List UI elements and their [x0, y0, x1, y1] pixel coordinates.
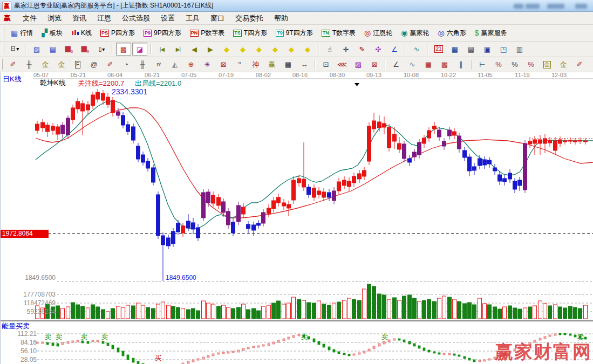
draw-wave-2[interactable]: ∿ [405, 58, 420, 71]
draw-ruler[interactable]: ⊢ [475, 58, 490, 71]
draw-box-star[interactable]: ⊠ [216, 58, 231, 71]
btn-gann-diamond-4[interactable]: ◆ [268, 43, 283, 56]
menu-item-6[interactable]: 工具 [180, 13, 205, 23]
btn-go-last[interactable]: ▶| [171, 43, 186, 56]
draw-target[interactable]: ⊕ [183, 58, 199, 71]
draw-fan-lines[interactable]: ⋘ [335, 58, 350, 71]
btn-crosshair-tool[interactable]: ✛ [338, 43, 353, 56]
btn-gann-diamond-1[interactable]: ◆ [219, 43, 234, 56]
market-icon: ▦ [11, 29, 18, 37]
btn-gann-diamond-6[interactable]: ◆ [300, 43, 315, 56]
menu-item-4[interactable]: 公式选股 [117, 13, 155, 23]
blurred-text [575, 4, 587, 9]
btn-purple-tool[interactable]: ✣ [371, 43, 386, 56]
btn-wave-tool[interactable]: ∿ [409, 43, 424, 56]
btn-notes[interactable]: ▤ [464, 43, 479, 56]
btn-calculator[interactable]: ▦ [447, 43, 462, 56]
date-axis-label: 05-07 [29, 72, 53, 78]
btn-go-first[interactable]: |◀ [154, 43, 169, 56]
draw-a-wave[interactable]: A [588, 58, 593, 71]
btn-profile-toggle[interactable]: ◪ [132, 43, 147, 56]
draw-pen-3[interactable]: ✐ [572, 58, 587, 71]
toolbar-button-p-square[interactable]: PSP四方形 [96, 26, 139, 39]
btn-bars-9[interactable]: ▆9 [78, 43, 93, 56]
toolbar-button-t-table[interactable]: TNT数字表 [317, 26, 360, 39]
toolbar-button-9p-square[interactable]: P99P四方形 [139, 26, 186, 39]
draw-f-grid[interactable]: F [70, 58, 85, 71]
btn-gann-diamond-2[interactable]: ◆ [235, 43, 250, 56]
btn-candle-style-dropdown[interactable]: ▯ ▾ [94, 43, 109, 56]
menu-item-9[interactable]: 帮助 [269, 13, 294, 23]
draw-red-grid-1[interactable]: ▦ [421, 58, 436, 71]
draw-spiral[interactable]: @ [86, 58, 101, 71]
draw-gann-box[interactable]: ▨ [351, 58, 366, 71]
draw-angle-pen[interactable]: ∠ [388, 58, 404, 71]
menu-item-5[interactable]: 设置 [155, 13, 180, 23]
draw-dense-grid[interactable]: ▦ [281, 58, 296, 71]
toolbar-button-hexagon[interactable]: ◎六角形 [433, 26, 470, 39]
toolbar-grip[interactable] [2, 44, 4, 54]
btn-network[interactable]: ◳ [496, 43, 511, 56]
toolbar-button-t-square[interactable]: TST四方形 [229, 26, 271, 39]
draw-time-circle[interactable]: ◔ [119, 58, 134, 71]
btn-print[interactable]: ▥ [512, 43, 527, 56]
draw-shen-grid[interactable]: 神 [248, 58, 263, 71]
draw-gann-grid[interactable]: ⊠ [367, 58, 382, 71]
draw-pct-3[interactable]: % [523, 58, 539, 71]
btn-window-layout[interactable]: ▨ [29, 43, 44, 56]
toolbar-button-winner-wheel[interactable]: ◉赢家轮 [397, 26, 433, 39]
btn-gann-diamond-5[interactable]: ◆ [284, 43, 299, 56]
menu-item-3[interactable]: 江恩 [92, 13, 117, 23]
winner-wheel-icon: ◉ [401, 29, 407, 37]
toolbar-button-gann-wheel[interactable]: ◎江恩轮 [360, 26, 397, 39]
draw-angle-fan[interactable]: ◭ [167, 58, 182, 71]
menu-item-2[interactable]: 资讯 [67, 13, 92, 23]
draw-pct-1[interactable]: % [491, 58, 506, 71]
draw-rhythm[interactable]: ʺ [232, 58, 247, 71]
draw-h-span[interactable]: ↔ [297, 58, 312, 71]
btn-info-panel[interactable]: ▤ [45, 43, 60, 56]
btn-angle-tool[interactable]: ∠ [387, 43, 402, 56]
btn-gann-diamond-3[interactable]: ◆ [251, 43, 267, 56]
toolbar-grip[interactable] [2, 59, 3, 70]
menu-item-7[interactable]: 窗口 [205, 13, 230, 23]
toolbar-grip[interactable] [2, 28, 4, 39]
toolbar-button-market[interactable]: ▦行情 [6, 26, 37, 39]
kline-chart-area[interactable]: 日K线 乾坤K线 关注线=2200.7 出局线=2201.0 2334.3301… [0, 72, 593, 364]
btn-bars-3[interactable]: ▆3 [62, 43, 77, 56]
draw-slash-lines[interactable]: ∥ [453, 58, 468, 71]
draw-hash-lines[interactable]: ╫ [135, 58, 150, 71]
btn-period-day-dropdown[interactable]: 日 ▾ [7, 43, 22, 56]
draw-pct-2[interactable]: % [507, 58, 522, 71]
draw-star[interactable]: ✳ [200, 58, 215, 71]
btn-pen-tool[interactable]: ✎ [355, 43, 370, 56]
btn-go-prev[interactable]: ◀ [187, 43, 202, 56]
btn-calendar[interactable]: 21 [431, 43, 446, 56]
menu-item-8[interactable]: 交易委托 [230, 13, 269, 23]
win-grid-icon: 赢 [269, 60, 276, 70]
menu-item-0[interactable]: 文件 [17, 13, 42, 23]
btn-hand-tool[interactable]: ☝ [322, 43, 337, 56]
toolbar-button-p-table[interactable]: PNP数字表 [186, 26, 229, 39]
draw-gold-circle[interactable]: 金 [540, 58, 555, 71]
draw-grid-lines[interactable]: ╫ [22, 58, 37, 71]
toolbar-button-kline[interactable]: K线 [67, 26, 96, 39]
draw-box-select[interactable]: ⊡ [318, 58, 333, 71]
btn-save[interactable]: ▣ [480, 43, 495, 56]
box-star-icon: ⊠ [221, 60, 227, 68]
toolbar-button-winner-service[interactable]: $赢家服务 [471, 26, 512, 39]
btn-go-next[interactable]: ▶ [203, 43, 218, 56]
draw-pen-2[interactable]: ✐ [103, 58, 118, 71]
draw-n-square[interactable]: n² [151, 58, 166, 71]
draw-gold-grid-2[interactable]: 金 [54, 58, 69, 71]
draw-red-grid-2[interactable]: ▩ [437, 58, 452, 71]
toolbar-button-sectors[interactable]: ▞板块 [37, 26, 67, 39]
draw-gold-grid-1[interactable]: 金 [38, 58, 53, 71]
menu-item-1[interactable]: 浏览 [42, 13, 67, 23]
gann-diamond-2-icon: ◆ [240, 45, 246, 53]
draw-gold-line[interactable]: 金 [556, 58, 571, 71]
btn-qiankun-toggle[interactable]: ▩ [116, 43, 131, 56]
toolbar-button-9t-square[interactable]: T99T四方形 [271, 26, 317, 39]
draw-win-grid[interactable]: 赢 [264, 58, 280, 71]
draw-draw-pen[interactable]: ✐ [5, 58, 21, 71]
